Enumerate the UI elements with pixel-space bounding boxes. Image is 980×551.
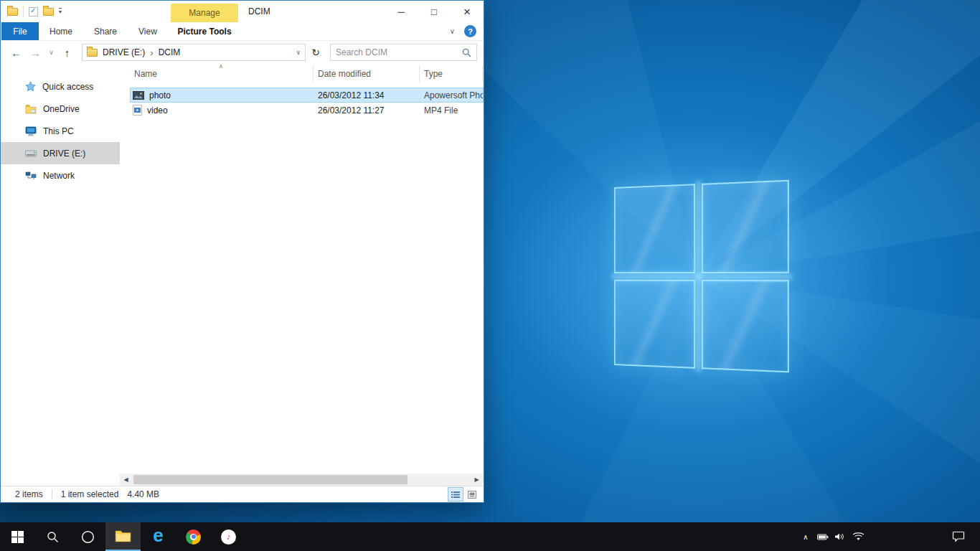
close-button[interactable]: × bbox=[451, 1, 484, 22]
column-header-date-modified[interactable]: Date modified bbox=[314, 65, 420, 83]
file-row-video[interactable]: video 26/03/2012 11:27 MP4 File bbox=[130, 103, 484, 118]
windows-logo-pane bbox=[701, 280, 789, 373]
battery-tray-button[interactable] bbox=[814, 522, 831, 551]
expand-ribbon-chevron-icon[interactable]: ∨ bbox=[450, 27, 455, 35]
speaker-icon bbox=[834, 532, 844, 541]
windows-logo-pane bbox=[614, 184, 695, 273]
tab-home[interactable]: Home bbox=[39, 22, 83, 40]
search-box[interactable] bbox=[330, 44, 477, 61]
sidebar-item-this-pc[interactable]: This PC bbox=[1, 120, 120, 142]
explorer-window-icon bbox=[7, 8, 18, 16]
address-dropdown-chevron-icon[interactable]: ∨ bbox=[296, 49, 301, 56]
battery-icon bbox=[817, 534, 829, 540]
start-button[interactable] bbox=[0, 522, 35, 551]
sidebar-item-onedrive[interactable]: OneDrive bbox=[1, 98, 120, 120]
file-list-pane: ∧ Name Date modified Type photo 26/03/ bbox=[120, 64, 484, 486]
drive-icon bbox=[25, 150, 37, 157]
maximize-icon: □ bbox=[431, 7, 437, 17]
video-file-icon bbox=[133, 105, 142, 116]
taskbar-edge-button[interactable]: e bbox=[141, 522, 176, 551]
address-row: ← → ∨ ↑ DRIVE (E:) › DCIM ∨ ↻ bbox=[1, 41, 484, 64]
windows-logo-pane bbox=[701, 180, 789, 273]
taskbar-file-explorer-button[interactable] bbox=[105, 522, 141, 551]
edge-browser-icon: e bbox=[153, 526, 163, 545]
folder-icon[interactable] bbox=[87, 49, 98, 57]
network-icon bbox=[25, 171, 37, 180]
tab-file[interactable]: File bbox=[1, 22, 39, 40]
taskbar-chrome-button[interactable] bbox=[176, 522, 211, 551]
breadcrumb-separator-icon: › bbox=[150, 47, 153, 58]
customize-qat-chevron-icon[interactable]: ▾ bbox=[59, 8, 62, 15]
file-explorer-icon bbox=[115, 529, 131, 542]
onedrive-folder-icon bbox=[25, 104, 37, 114]
file-row-photo[interactable]: photo 26/03/2012 11:34 Apowersoft Pho bbox=[130, 88, 484, 103]
taskbar-search-button[interactable] bbox=[35, 522, 70, 551]
windows-logo-pane bbox=[614, 279, 695, 368]
action-center-icon bbox=[952, 531, 965, 542]
column-headers: ∧ Name Date modified Type bbox=[130, 65, 484, 83]
forward-button[interactable]: → bbox=[27, 44, 44, 62]
ribbon-right-controls: ∨ ? bbox=[450, 22, 476, 40]
address-bar[interactable]: DRIVE (E:) › DCIM ∨ bbox=[82, 44, 306, 61]
volume-tray-button[interactable] bbox=[831, 522, 848, 551]
new-folder-button[interactable] bbox=[43, 8, 54, 16]
close-icon: × bbox=[463, 6, 471, 18]
sidebar-item-label: This PC bbox=[43, 126, 74, 136]
refresh-button[interactable]: ↻ bbox=[307, 44, 324, 61]
search-input[interactable] bbox=[336, 47, 458, 57]
quick-access-toolbar: ▾ bbox=[1, 6, 62, 17]
file-name: video bbox=[147, 105, 168, 116]
scrollbar-thumb[interactable] bbox=[133, 475, 407, 484]
action-center-button[interactable] bbox=[950, 522, 967, 551]
properties-button[interactable] bbox=[29, 7, 38, 17]
up-one-level-button[interactable]: ↑ bbox=[58, 44, 76, 62]
taskbar-itunes-button[interactable]: ♪ bbox=[211, 522, 246, 551]
scroll-right-arrow-icon[interactable]: ▶ bbox=[471, 474, 483, 486]
status-bar: 2 items 1 item selected 4.40 MB bbox=[1, 486, 484, 502]
file-rows: photo 26/03/2012 11:34 Apowersoft Pho vi… bbox=[130, 88, 484, 118]
windows-start-icon bbox=[11, 531, 24, 543]
breadcrumb-drive[interactable]: DRIVE (E:) bbox=[103, 47, 145, 57]
window-controls: ─ □ × bbox=[385, 1, 484, 22]
column-header-type[interactable]: Type bbox=[420, 65, 483, 83]
scroll-left-arrow-icon[interactable]: ◀ bbox=[120, 474, 132, 486]
sidebar-item-label: Quick access bbox=[42, 82, 93, 92]
sidebar-item-quick-access[interactable]: Quick access bbox=[1, 75, 120, 98]
manage-contextual-header[interactable]: Manage bbox=[171, 4, 238, 22]
file-explorer-window: ▾ Manage DCIM ─ □ × File Home Share View… bbox=[0, 0, 484, 503]
show-hidden-icons-button[interactable]: ∧ bbox=[797, 522, 814, 551]
file-type-cell: Apowersoft Pho bbox=[420, 90, 484, 100]
sidebar-item-drive-e[interactable]: DRIVE (E:) bbox=[1, 142, 120, 164]
tab-share[interactable]: Share bbox=[83, 22, 128, 40]
help-button[interactable]: ? bbox=[464, 25, 476, 37]
breadcrumb-folder[interactable]: DCIM bbox=[159, 47, 181, 57]
window-title: DCIM bbox=[248, 1, 270, 22]
sidebar-item-label: Network bbox=[43, 171, 75, 181]
maximize-button[interactable]: □ bbox=[418, 1, 451, 22]
wifi-icon bbox=[852, 532, 864, 541]
large-icons-view-button[interactable] bbox=[465, 488, 479, 501]
back-button[interactable]: ← bbox=[7, 44, 25, 62]
search-icon bbox=[462, 48, 471, 57]
chrome-icon bbox=[186, 529, 201, 545]
tab-view[interactable]: View bbox=[128, 22, 168, 40]
details-view-button[interactable] bbox=[448, 488, 463, 501]
large-icons-view-icon bbox=[468, 491, 476, 499]
tab-picture-tools[interactable]: Picture Tools bbox=[171, 22, 238, 40]
file-name-cell: video bbox=[130, 105, 314, 116]
recent-locations-chevron-icon[interactable]: ∨ bbox=[46, 44, 57, 62]
sidebar-item-label: DRIVE (E:) bbox=[43, 149, 85, 159]
title-bar[interactable]: ▾ Manage DCIM ─ □ × bbox=[1, 1, 484, 22]
cortana-circle-icon bbox=[81, 530, 95, 544]
toolbar-separator bbox=[23, 6, 24, 17]
minimize-button[interactable]: ─ bbox=[385, 1, 418, 22]
horizontal-scrollbar[interactable]: ◀ ▶ bbox=[120, 474, 483, 486]
sidebar-item-network[interactable]: Network bbox=[1, 164, 120, 187]
search-icon bbox=[47, 531, 59, 543]
chrome-icon-center bbox=[190, 534, 197, 540]
cortana-button[interactable] bbox=[70, 522, 105, 551]
view-toggles bbox=[448, 488, 479, 501]
sort-ascending-icon: ∧ bbox=[219, 64, 223, 70]
network-tray-button[interactable] bbox=[849, 522, 867, 551]
details-view-icon bbox=[451, 491, 460, 499]
